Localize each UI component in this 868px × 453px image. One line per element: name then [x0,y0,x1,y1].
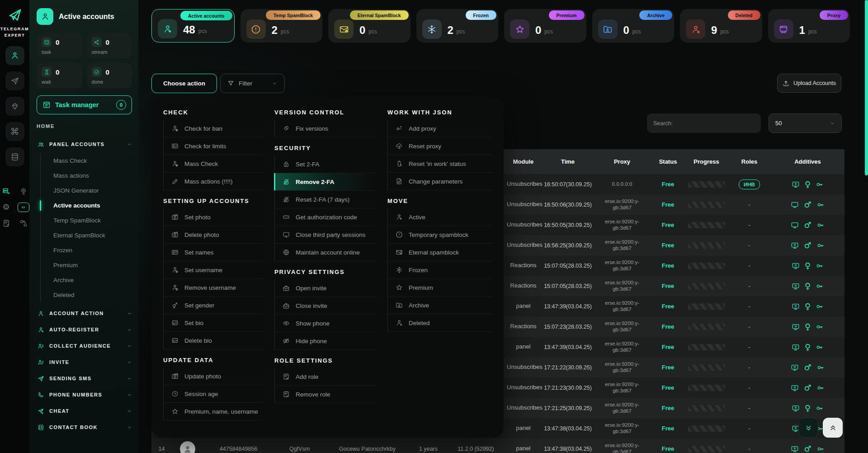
person-list-icon [37,359,45,366]
status-card-proxy[interactable]: Proxy1pcs [768,9,850,42]
menu-item-delete-photo[interactable]: Delete photo [164,226,264,244]
menu-item-reset-2-fa-7-days[interactable]: Reset 2-FA (7 days) [275,191,377,208]
sidebar-section-sending-sms[interactable]: SENDING SMS [37,370,132,387]
sidebar-section-collect-audience[interactable]: COLLECT AUDIENCE [37,338,132,354]
search-input[interactable] [647,113,761,133]
rail-item-database[interactable] [5,147,24,166]
menu-item-premium[interactable]: Premium [388,279,493,297]
menu-item-add-role[interactable]: Add role [275,368,377,386]
status-card-unit: pcs [720,28,729,39]
rail-mini-server-check[interactable] [0,187,12,195]
menu-item-update-photo[interactable]: Update photo [164,368,264,385]
table-cell-progress [685,222,728,228]
sidebar-section-account-action[interactable]: ACCOUNT ACTION [37,305,132,321]
menu-item-set-names[interactable]: Set names [164,244,264,261]
menu-item-frozen[interactable]: Frozen [388,261,493,279]
menu-item-mass-check[interactable]: Mass Check [164,155,264,173]
stat-label: task [42,49,77,55]
menu-item-close-third-party-sessions[interactable]: Close third party sessions [275,226,377,244]
menu-item-remove-role[interactable]: Remove role [275,386,377,403]
sidebar-item-json-generator[interactable]: JSON Generator [41,183,132,198]
menu-item-session-age[interactable]: Session age [164,385,264,403]
page-scrollbar-thumb[interactable] [865,0,868,175]
menu-item-reset-proxy[interactable]: Reset proxy [388,137,493,155]
menu-item-hide-phone[interactable]: Hide phone [275,332,377,350]
menu-item-set-photo[interactable]: Set photo [164,208,264,226]
sidebar-item-frozen[interactable]: Frozen [41,243,132,258]
rail-mini-code-window[interactable] [18,203,29,212]
menu-item-add-proxy[interactable]: Add proxy [388,120,493,137]
status-card-active-accounts[interactable]: Active accounts48pcs [151,9,235,42]
menu-item-fix-versions[interactable]: Fix versions [275,120,377,137]
menu-item-show-phone[interactable]: Show phone [275,315,377,332]
status-card-temp-spamblock[interactable]: Temp SpamBlock2pcs [241,9,323,42]
sidebar-section-invite[interactable]: INVITE [37,354,132,370]
task-manager-button[interactable]: Task manager 0 [37,95,132,114]
menu-item-eternal-spamblock[interactable]: Eternal spamblock [388,244,493,261]
menu-item-deleted[interactable]: Deleted [388,314,493,332]
menu-item-set-2-fa[interactable]: Set 2-FA [275,156,377,173]
menu-item-label: Change parameters [409,178,462,185]
upload-accounts-button[interactable]: Upload Accounts [777,74,841,93]
rail-mini-gear[interactable]: ⚙ [0,203,12,212]
table-header-status: Status [651,158,685,165]
status-card-eternal-spamblock[interactable]: Eternal SpamBlock0pcs [328,9,410,42]
progress-bar [688,364,725,371]
scroll-to-bottom-button[interactable] [798,418,818,438]
sidebar-item-deleted[interactable]: Deleted [41,288,132,302]
choose-action-button[interactable]: Choose action [151,74,217,93]
rail-mini-split[interactable] [18,219,29,227]
menu-item-close-invite[interactable]: Close invite [275,297,377,315]
menu-item-temporary-spamblock[interactable]: Temporary spamblock [388,226,493,244]
sidebar-item-archive[interactable]: Archive [41,273,132,288]
sidebar-section-cheat[interactable]: CHEAT [37,403,132,419]
filter-dropdown[interactable]: Filter [220,74,285,93]
rail-item-paper-plane[interactable] [5,71,24,90]
sidebar-section-phone-numbers[interactable]: PHONE NUMBERS [37,387,132,403]
rail-mini-doc-check[interactable] [0,219,12,227]
rail-item-person[interactable] [5,46,24,65]
table-cell-numc: 14 [151,446,172,452]
status-card-premium[interactable]: Premium0pcs [504,9,586,42]
menu-item-mass-actions[interactable]: Mass actions (!!!!) [164,173,264,190]
progress-bar [688,283,725,289]
sidebar-item-home[interactable]: HOME [37,123,132,129]
menu-item-reset-in-work-status[interactable]: Reset 'in work' status [388,155,493,173]
menu-item-archive[interactable]: Archive [388,297,493,314]
table-cell-time: 17:21:25(30.09.25) [542,405,593,411]
sidebar-item-temp-spamblock[interactable]: Temp SpamBlock [41,213,132,228]
menu-item-remove-username[interactable]: Remove username [164,279,264,297]
rail-mini-webcam[interactable] [18,187,29,195]
menu-item-active[interactable]: Active [388,208,493,226]
sidebar-item-active-accounts[interactable]: Active accounts [41,198,132,213]
menu-item-set-bio[interactable]: Set bio [164,314,264,332]
menu-item-set-gender[interactable]: Set gender [164,297,264,314]
menu-item-set-username[interactable]: Set username [164,261,264,279]
status-card-deleted[interactable]: Deleted9pcs [680,9,762,42]
menu-item-delete-bio[interactable]: Delete bio [164,332,264,349]
menu-item-open-invite[interactable]: Open invite [275,279,377,297]
rail-item-diamond[interactable] [5,97,24,116]
male-icon: ♂ [804,444,811,453]
menu-item-check-for-limits[interactable]: Check for limits [164,137,264,155]
status-card-archive[interactable]: Archive0pcs [592,9,675,42]
sidebar-section-panel-accounts[interactable]: PANEL ACCOUNTS [37,136,132,152]
table-row[interactable]: 14447584849856QgfVsmGocewu Patoncchrkby1… [151,439,844,453]
menu-item-maintain-account-online[interactable]: Maintain account online [275,244,377,261]
sidebar-section-contact-book[interactable]: CONTACT BOOK [37,419,132,435]
sidebar-section-auto-register[interactable]: AUTO-REGISTER [37,321,132,338]
sidebar-item-mass-check[interactable]: Mass Check [41,153,132,168]
sidebar-item-eternal-spamblock[interactable]: Eternal SpamBlock [41,228,132,243]
menu-item-premium-name-username[interactable]: Premium, name, username [164,403,264,420]
menu-item-change-parameters[interactable]: Change parameters [388,173,493,190]
menu-item-get-authorization-code[interactable]: Get authorization code [275,208,377,226]
rail-item-command[interactable]: ⌘ [5,122,24,141]
scroll-to-top-button[interactable] [823,418,843,438]
menu-item-remove-2-fa[interactable]: Remove 2-FA [275,173,377,191]
menu-item-check-for-ban[interactable]: Check for ban [164,120,264,137]
sidebar-sections: ACCOUNT ACTIONAUTO-REGISTERCOLLECT AUDIE… [37,305,132,435]
status-card-frozen[interactable]: Frozen2pcs [416,9,499,42]
sidebar-item-mass-actions[interactable]: Mass actions [41,168,132,183]
page-size-select[interactable]: 50 [769,113,842,133]
sidebar-item-premium[interactable]: Premium [41,258,132,273]
